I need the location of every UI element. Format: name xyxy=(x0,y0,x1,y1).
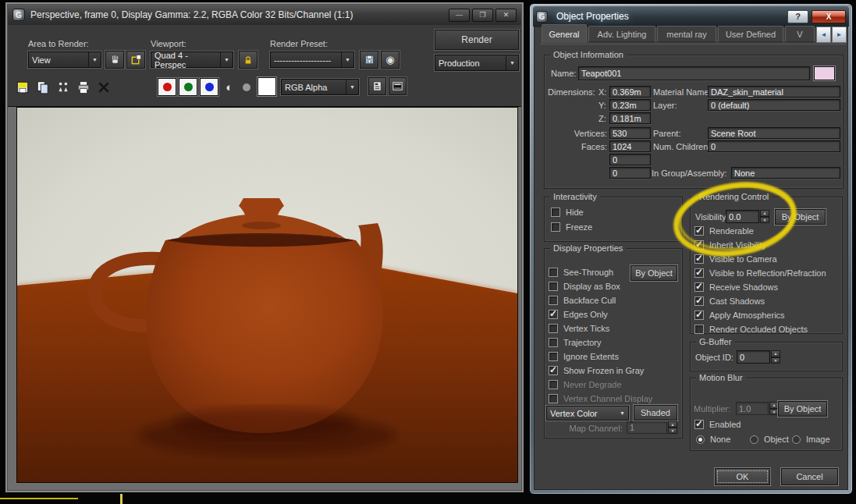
layers-dialog-button[interactable] xyxy=(368,77,386,95)
tab-overflow[interactable]: V xyxy=(785,26,815,42)
tab-mental-ray[interactable]: mental ray xyxy=(657,26,716,42)
apply-atmospherics-row[interactable]: Apply Atmospherics xyxy=(694,311,785,320)
multiplier-spinner[interactable]: 1.0 ▲▼ xyxy=(736,402,779,415)
checkbox-icon[interactable] xyxy=(694,325,704,334)
spinner-down-icon[interactable]: ▼ xyxy=(760,217,769,224)
alpha-channel-button[interactable] xyxy=(240,81,253,94)
cancel-button[interactable]: Cancel xyxy=(781,468,838,485)
shaded-button[interactable]: Shaded xyxy=(634,405,677,421)
checkbox-icon[interactable] xyxy=(694,268,704,278)
spinner-arrows[interactable]: ▲▼ xyxy=(771,350,780,364)
auto-region-button[interactable] xyxy=(126,51,145,69)
spinner-arrows[interactable]: ▲▼ xyxy=(668,421,677,434)
edges-only-row[interactable]: Edges Only xyxy=(549,310,608,319)
visibility-spinner[interactable]: 0.0 ▲▼ xyxy=(726,210,769,223)
hide-checkbox-row[interactable]: Hide xyxy=(551,208,584,217)
red-channel-button[interactable] xyxy=(158,78,176,96)
inherit-visibility-row[interactable]: Inherit Visibility xyxy=(694,240,766,250)
vertex-color-dropdown[interactable]: Vertex Color▼ xyxy=(546,406,629,421)
checkbox-icon[interactable] xyxy=(694,311,704,320)
tab-general[interactable]: General xyxy=(542,24,587,43)
copy-image-button[interactable] xyxy=(34,79,52,96)
render-button[interactable]: Render xyxy=(435,30,519,50)
checkbox-icon[interactable] xyxy=(551,222,560,232)
tab-scroll-left-button[interactable]: ◄ xyxy=(816,27,831,43)
spinner-down-icon[interactable]: ▼ xyxy=(668,428,677,434)
checkbox-icon[interactable] xyxy=(694,282,704,292)
lock-viewport-button[interactable] xyxy=(239,51,258,69)
checkbox-icon[interactable] xyxy=(549,282,558,291)
ignore-extents-row[interactable]: Ignore Extents xyxy=(549,352,619,361)
see-through-row[interactable]: See-Through xyxy=(549,268,613,277)
freeze-checkbox-row[interactable]: Freeze xyxy=(551,222,592,232)
show-frozen-in-gray-row[interactable]: Show Frozen in Gray xyxy=(549,366,644,375)
checkbox-icon[interactable] xyxy=(694,296,704,306)
background-color-swatch[interactable] xyxy=(258,77,276,96)
close-button[interactable]: ✕ xyxy=(495,9,517,22)
area-to-render-dropdown[interactable]: View▼ xyxy=(28,51,101,68)
trajectory-row[interactable]: Trajectory xyxy=(549,338,602,347)
map-channel-spinner[interactable]: 1 ▲▼ xyxy=(627,421,677,434)
safe-frame-button[interactable] xyxy=(389,77,407,95)
monochrome-channel-button[interactable]: ◐ xyxy=(222,79,237,94)
checkbox-icon[interactable] xyxy=(549,338,558,347)
checkbox-icon[interactable] xyxy=(549,352,558,361)
checkbox-icon[interactable] xyxy=(694,226,704,236)
maximize-button[interactable]: ❐ xyxy=(472,9,493,22)
spinner-up-icon[interactable]: ▲ xyxy=(771,350,780,357)
receive-shadows-row[interactable]: Receive Shadows xyxy=(694,282,778,292)
visible-to-camera-row[interactable]: Visible to Camera xyxy=(694,254,777,264)
tab-scroll-right-button[interactable]: ► xyxy=(832,27,847,43)
object-color-swatch[interactable] xyxy=(814,66,835,80)
display-by-object-button[interactable]: By Object xyxy=(630,265,677,281)
visible-to-reflection-row[interactable]: Visible to Reflection/Refraction xyxy=(694,268,826,278)
green-channel-button[interactable] xyxy=(179,78,197,96)
checkbox-icon[interactable] xyxy=(549,380,558,389)
checkbox-icon[interactable] xyxy=(551,208,560,217)
render-occluded-objects-row[interactable]: Render Occluded Objects xyxy=(694,325,808,334)
checkbox-icon[interactable] xyxy=(694,420,704,429)
spinner-up-icon[interactable]: ▲ xyxy=(760,210,769,217)
blue-channel-button[interactable] xyxy=(200,78,218,96)
motion-blur-object-radio[interactable]: Object xyxy=(750,435,789,444)
checkbox-icon[interactable] xyxy=(549,310,558,319)
dialog-close-button[interactable]: X xyxy=(812,10,846,23)
never-degrade-row[interactable]: Never Degrade xyxy=(549,380,622,389)
vertex-ticks-row[interactable]: Vertex Ticks xyxy=(549,324,609,333)
radio-icon[interactable] xyxy=(750,435,758,444)
checkbox-icon[interactable] xyxy=(549,394,558,403)
edit-region-button[interactable] xyxy=(105,51,124,69)
render-window-titlebar[interactable]: G Perspective, frame 0, Display Gamma: 2… xyxy=(8,5,521,25)
tab-adv-lighting[interactable]: Adv. Lighting xyxy=(588,26,655,42)
render-preset-dropdown[interactable]: --------------------▼ xyxy=(270,51,354,68)
save-image-button[interactable] xyxy=(14,79,31,96)
spinner-value[interactable]: 1.0 xyxy=(736,402,769,415)
spinner-value[interactable]: 0.0 xyxy=(726,210,759,223)
checkbox-icon[interactable] xyxy=(549,268,558,277)
motion-blur-none-radio[interactable]: None xyxy=(696,435,730,444)
vertex-channel-display-row[interactable]: Vertex Channel Display xyxy=(549,394,652,403)
minimize-button[interactable]: — xyxy=(449,9,470,22)
viewport-dropdown[interactable]: Quad 4 - Perspec▼ xyxy=(151,51,233,68)
checkbox-icon[interactable] xyxy=(549,366,558,375)
visibility-by-object-button[interactable]: By Object xyxy=(775,209,826,225)
display-as-box-row[interactable]: Display as Box xyxy=(549,282,620,291)
clone-rendered-frame-button[interactable] xyxy=(55,79,72,96)
checkbox-icon[interactable] xyxy=(694,240,704,250)
name-field[interactable]: Teapot001 xyxy=(578,66,810,80)
spinner-value[interactable]: 1 xyxy=(627,421,667,434)
render-setup-button[interactable]: ◉ xyxy=(381,51,400,69)
help-button[interactable]: ? xyxy=(787,10,808,23)
object-id-spinner[interactable]: 0 ▲▼ xyxy=(737,350,780,364)
renderable-row[interactable]: Renderable xyxy=(694,226,754,236)
save-preset-button[interactable] xyxy=(360,51,378,69)
motion-blur-by-object-button[interactable]: By Object xyxy=(778,401,827,417)
cast-shadows-row[interactable]: Cast Shadows xyxy=(694,296,765,306)
spinner-down-icon[interactable]: ▼ xyxy=(771,357,780,364)
checkbox-icon[interactable] xyxy=(549,296,558,305)
clear-image-button[interactable] xyxy=(95,79,112,96)
radio-icon[interactable] xyxy=(696,435,705,444)
checkbox-icon[interactable] xyxy=(694,254,704,264)
spinner-up-icon[interactable]: ▲ xyxy=(668,421,677,428)
production-dropdown[interactable]: Production▼ xyxy=(435,55,519,71)
